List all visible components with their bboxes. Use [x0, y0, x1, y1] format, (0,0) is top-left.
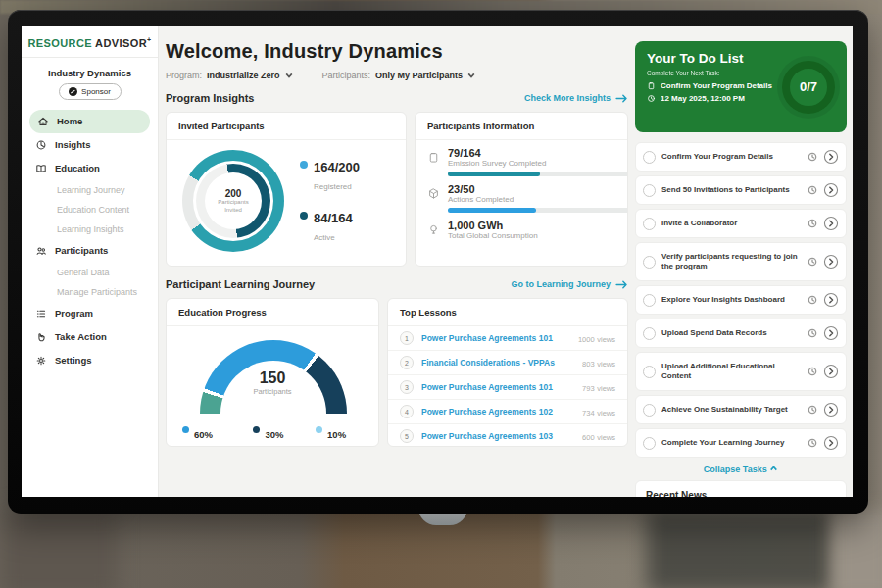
sidebar-item-label: Education	[55, 163, 100, 173]
lesson-link[interactable]: Power Purchase Agreements 103	[421, 431, 574, 441]
task-upload-spend-data[interactable]: Upload Spend Data Records	[635, 318, 847, 348]
lesson-rank: 2	[400, 356, 414, 369]
chevron-right-icon[interactable]	[823, 254, 839, 270]
todo-subtitle: Complete Your Next Task:	[647, 70, 772, 76]
task-checkbox[interactable]	[643, 256, 656, 269]
task-checkbox[interactable]	[643, 327, 656, 340]
task-invite-collaborator[interactable]: Invite a Collaborator	[635, 209, 847, 238]
todo-summary-card: Your To Do List Complete Your Next Task:…	[635, 41, 847, 132]
sidebar-item-general-data[interactable]: General Data	[22, 263, 158, 282]
chevron-right-icon[interactable]	[823, 182, 839, 198]
task-checkbox[interactable]	[643, 151, 656, 164]
go-to-learning-journey-link[interactable]: Go to Learning Journey	[511, 279, 628, 289]
clipboard-icon	[647, 81, 656, 90]
task-achieve-sustainability-target[interactable]: Achieve One Sustainability Target	[635, 395, 847, 424]
task-checkbox[interactable]	[643, 366, 656, 378]
learning-journey-header: Participant Learning Journey Go to Learn…	[166, 278, 628, 290]
todo-panel: Your To Do List Complete Your Next Task:…	[631, 26, 853, 497]
lesson-row-5[interactable]: 5 Power Purchase Agreements 103 600 view…	[388, 424, 627, 447]
invited-participants-chart: 200 Participants Invited 164/200 Registe…	[167, 140, 406, 252]
collapse-tasks-link[interactable]: Collapse Tasks	[635, 462, 847, 480]
chevron-right-icon[interactable]	[823, 364, 839, 379]
card-title: Education Progress	[167, 299, 378, 326]
sidebar-item-settings[interactable]: Settings	[22, 349, 158, 372]
sponsor-badge[interactable]: Sponsor	[59, 83, 122, 100]
lesson-rank: 4	[400, 405, 414, 418]
recent-news-card: Recent News	[635, 480, 847, 497]
sidebar-item-take-action[interactable]: Take Action	[22, 325, 158, 349]
sidebar-item-learning-journey[interactable]: Learning Journey	[22, 180, 158, 200]
chevron-right-icon[interactable]	[823, 292, 839, 308]
chevron-right-icon[interactable]	[823, 402, 839, 417]
clock-icon	[808, 185, 817, 195]
lesson-row-1[interactable]: 1 Power Purchase Agreements 101 1000 vie…	[388, 326, 627, 351]
progress-fill	[448, 172, 540, 176]
actions-completed-stat: 23/50 Actions Completed	[427, 183, 613, 213]
lesson-row-4[interactable]: 4 Power Purchase Agreements 102 734 view…	[388, 400, 627, 424]
participants-filter-dropdown[interactable]: Participants: Only My Participants	[322, 71, 476, 80]
program-filter-label: Program:	[166, 71, 202, 80]
chevron-right-icon[interactable]	[823, 216, 839, 231]
task-checkbox[interactable]	[643, 184, 656, 197]
book-icon	[35, 163, 47, 174]
resource-advisor-logo: RESOURCE ADVISOR+	[22, 36, 158, 58]
lesson-link[interactable]: Power Purchase Agreements 102	[421, 407, 574, 416]
legend-active: 84/164 Active	[300, 209, 360, 244]
lesson-rank: 1	[400, 331, 414, 345]
sidebar-item-insights[interactable]: Insights	[22, 133, 158, 157]
task-checkbox[interactable]	[643, 404, 656, 416]
progress-fill	[448, 208, 536, 213]
lesson-link[interactable]: Financial Considerations - VPPAs	[421, 358, 574, 368]
task-complete-learning-journey[interactable]: Complete Your Learning Journey	[635, 428, 847, 458]
sidebar-item-program[interactable]: Program	[22, 302, 158, 325]
learning-journey-heading: Participant Learning Journey	[166, 278, 315, 290]
task-label: Verify participants requesting to join t…	[662, 252, 802, 271]
chevron-down-icon	[285, 72, 293, 79]
task-confirm-program[interactable]: Confirm Your Program Details	[635, 142, 847, 172]
sidebar-item-education[interactable]: Education	[22, 157, 158, 180]
chevron-right-icon[interactable]	[823, 149, 839, 165]
check-more-insights-link[interactable]: Check More Insights	[524, 93, 628, 103]
task-explore-insights[interactable]: Explore Your Insights Dashboard	[635, 285, 847, 315]
sidebar-item-education-content[interactable]: Education Content	[22, 200, 158, 220]
sidebar-item-learning-insights[interactable]: Learning Insights	[22, 220, 158, 239]
sidebar-item-manage-participants[interactable]: Manage Participants	[22, 282, 158, 302]
clock-icon	[808, 367, 817, 376]
donut-center-label: 200 Participants Invited	[182, 150, 284, 252]
task-verify-participants[interactable]: Verify participants requesting to join t…	[635, 242, 847, 281]
task-checkbox[interactable]	[643, 437, 656, 450]
legend-completed: 60% Completed	[182, 424, 229, 447]
task-checkbox[interactable]	[643, 218, 656, 230]
actions-icon	[427, 187, 440, 200]
logo-secondary: ADVISOR+	[95, 37, 151, 49]
lesson-link[interactable]: Power Purchase Agreements 101	[421, 382, 574, 392]
task-label: Confirm Your Program Details	[662, 152, 802, 162]
lesson-link[interactable]: Power Purchase Agreements 101	[421, 333, 570, 343]
task-upload-educational-content[interactable]: Upload Additional Educational Content	[635, 352, 847, 391]
chevron-right-icon[interactable]	[823, 325, 839, 341]
legend-dot-active	[300, 212, 308, 220]
invited-participants-card: Invited Participants 200 Participants In…	[166, 112, 407, 267]
recent-news-heading: Recent News	[646, 490, 836, 497]
program-filter-value: Industrialize Zero	[207, 71, 280, 80]
invited-donut-chart: 200 Participants Invited	[182, 150, 284, 252]
learning-cards-row: Education Progress 150 Participants 60% …	[166, 298, 628, 447]
sidebar-item-label: Program	[55, 308, 93, 318]
todo-title: Your To Do List	[647, 51, 772, 66]
page-title: Welcome, Industry Dynamics	[166, 40, 628, 63]
chevron-right-icon[interactable]	[823, 435, 839, 451]
gauge-center-label: 150 Participants	[167, 369, 378, 396]
task-send-invitations[interactable]: Send 50 Invitations to Participants	[635, 175, 847, 205]
legend-not-started: 10% Not Started	[316, 424, 365, 447]
sidebar-item-home[interactable]: Home	[29, 110, 150, 133]
program-filter-dropdown[interactable]: Program: Industrialize Zero	[166, 71, 293, 80]
todo-progress-ring: 0/7	[782, 61, 835, 114]
task-checkbox[interactable]	[643, 294, 656, 307]
home-icon	[37, 116, 49, 127]
sidebar-item-participants[interactable]: Participants	[22, 239, 158, 263]
hand-icon	[35, 331, 47, 343]
lesson-row-2[interactable]: 2 Financial Considerations - VPPAs 803 v…	[388, 351, 627, 375]
background-blur-shape	[647, 510, 833, 588]
lesson-row-3[interactable]: 3 Power Purchase Agreements 101 793 view…	[388, 375, 627, 400]
stat-label: Actions Completed	[448, 195, 628, 204]
